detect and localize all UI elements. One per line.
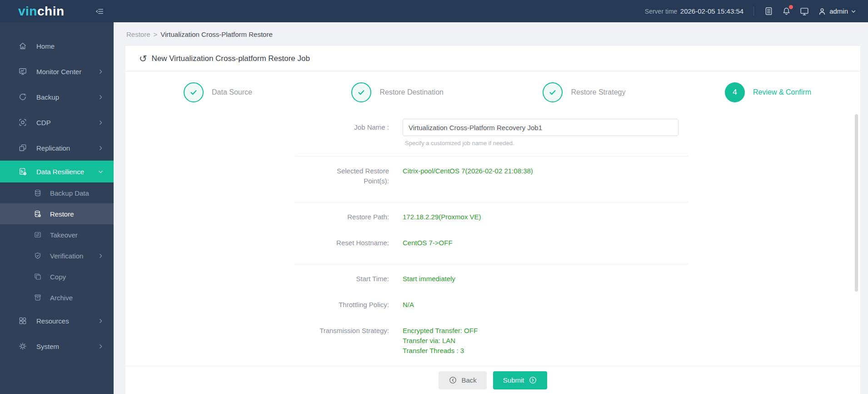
review-row-start-time: Start Time: Start immediately <box>125 274 860 284</box>
divider <box>295 202 688 202</box>
sidebar-item-label: Home <box>36 42 104 50</box>
step-check-icon <box>351 82 371 102</box>
sidebar-item-label: System <box>36 343 98 350</box>
field-value-line: Transfer via: LAN <box>403 336 478 346</box>
sidebar-item-takeover[interactable]: Takeover <box>0 224 114 245</box>
step-check-icon <box>184 82 204 102</box>
sidebar-item-backup-data[interactable]: Backup Data <box>0 182 114 203</box>
sidebar-item-restore[interactable]: Restore <box>0 203 114 224</box>
user-icon <box>818 7 827 16</box>
field-value: CentOS 7->OFF <box>403 238 453 248</box>
resources-icon <box>18 316 28 325</box>
menu-collapse-icon[interactable] <box>95 6 105 16</box>
divider <box>295 264 688 264</box>
data-resilience-icon <box>18 167 28 176</box>
sidebar-item-label: Copy <box>50 273 104 281</box>
takeover-icon <box>34 231 43 239</box>
review-form: Job Name : Specify a customized job name… <box>125 113 860 366</box>
home-icon <box>18 41 28 51</box>
vertical-scrollbar[interactable] <box>855 114 858 292</box>
sidebar-item-cdp[interactable]: CDP <box>0 110 114 135</box>
review-row-throttling-policy: Throttling Policy: N/A <box>125 300 860 310</box>
breadcrumb-current: Virtualization Cross-Platform Restore <box>160 30 272 38</box>
back-button-label: Back <box>461 376 476 384</box>
field-label: Restore Path: <box>125 212 389 222</box>
job-name-label: Job Name : <box>125 122 389 132</box>
sidebar-item-data-resilience[interactable]: Data Resilience <box>0 161 114 182</box>
review-row-reset-hostname: Reset Hostname: CentOS 7->OFF <box>125 238 860 248</box>
sidebar-item-replication[interactable]: Replication <box>0 135 114 161</box>
job-name-input[interactable] <box>403 119 678 136</box>
server-time-label: Server time <box>645 8 678 15</box>
review-row-transmission-strategy: Transmission Strategy: Encrypted Transfe… <box>125 326 860 356</box>
field-value: Start immediately <box>403 274 455 284</box>
restore-job-card: ↺ New Virtualization Cross-platform Rest… <box>125 46 860 394</box>
field-label: Selected Restore Point(s): <box>125 166 389 186</box>
replication-icon <box>18 143 28 152</box>
breadcrumb-separator: > <box>154 30 158 38</box>
review-row-restore-path: Restore Path: 172.18.2.29(Proxmox VE) <box>125 212 860 222</box>
submit-button-label: Submit <box>503 376 524 384</box>
sidebar-item-monitor-center[interactable]: Monitor Center <box>0 59 114 84</box>
field-label: Transmission Strategy: <box>125 326 389 336</box>
sidebar-item-label: Archive <box>50 294 104 302</box>
restore-icon: ↺ <box>139 54 147 63</box>
verification-icon <box>34 252 43 260</box>
step-data-source[interactable]: Data Source <box>184 82 252 102</box>
topbar: vinchin Server time 2026-02-05 15:43:54 <box>0 0 868 22</box>
console-icon[interactable] <box>799 6 809 16</box>
sidebar-item-label: Backup <box>36 93 98 101</box>
sidebar: Home Monitor Center Backup CDP <box>0 22 114 394</box>
field-label: Throttling Policy: <box>125 300 389 310</box>
field-label: Start Time: <box>125 274 389 284</box>
wizard-steps: Data Source Restore Destination Restore … <box>125 71 860 113</box>
sidebar-item-label: Takeover <box>50 231 104 239</box>
chevron-right-icon <box>98 94 104 100</box>
step-restore-destination[interactable]: Restore Destination <box>351 82 444 102</box>
topbar-left: vinchin <box>0 5 114 18</box>
monitor-chart-icon <box>18 67 28 76</box>
arrow-left-circle-icon <box>449 376 457 384</box>
back-button[interactable]: Back <box>439 371 486 389</box>
sidebar-item-system[interactable]: System <box>0 333 114 359</box>
job-name-hint: Specify a customized job name if needed. <box>405 140 860 146</box>
user-menu[interactable]: admin <box>818 7 856 16</box>
sidebar-item-label: Data Resilience <box>36 168 98 176</box>
archive-icon <box>34 293 43 302</box>
notification-badge <box>789 5 793 9</box>
sidebar-item-backup[interactable]: Backup <box>0 84 114 110</box>
sidebar-item-copy[interactable]: Copy <box>0 266 114 287</box>
chevron-right-icon <box>98 343 104 349</box>
sidebar-item-label: CDP <box>36 119 98 126</box>
sidebar-item-resources[interactable]: Resources <box>0 308 114 333</box>
step-label: Restore Destination <box>379 88 444 96</box>
submit-button[interactable]: Submit <box>493 371 547 389</box>
chevron-right-icon <box>98 145 104 151</box>
sidebar-item-home[interactable]: Home <box>0 33 114 59</box>
vinchin-logo: vinchin <box>18 5 65 18</box>
log-icon[interactable] <box>764 6 773 16</box>
bell-icon[interactable] <box>782 6 791 16</box>
sidebar-item-label: Resources <box>36 317 98 325</box>
sidebar-item-label: Restore <box>50 210 104 218</box>
sidebar-item-verification[interactable]: Verification <box>0 245 114 266</box>
step-restore-strategy[interactable]: Restore Strategy <box>543 82 625 102</box>
step-label: Restore Strategy <box>571 88 625 96</box>
sidebar-item-archive[interactable]: Archive <box>0 287 114 308</box>
step-check-icon <box>543 82 563 102</box>
field-label: Reset Hostname: <box>125 238 389 248</box>
sidebar-item-label: Backup Data <box>50 189 104 197</box>
sidebar-item-label: Monitor Center <box>36 68 98 76</box>
breadcrumb: Restore > Virtualization Cross-Platform … <box>114 22 868 46</box>
step-review-confirm[interactable]: 4 Review & Confirm <box>725 82 811 102</box>
field-value-line: Transfer Threads : 3 <box>403 346 478 356</box>
divider <box>295 156 688 157</box>
chevron-down-icon <box>98 169 104 175</box>
sidebar-item-label: Replication <box>36 144 98 152</box>
breadcrumb-parent[interactable]: Restore <box>126 30 150 38</box>
topbar-right: Server time 2026-02-05 15:43:54 <box>114 6 868 16</box>
field-value: Citrix-pool/CentOS 7(2026-02-02 21:08:38… <box>403 166 533 176</box>
backup-cycle-icon <box>18 92 28 101</box>
username: admin <box>829 7 848 15</box>
sidebar-item-label: Verification <box>50 252 98 260</box>
